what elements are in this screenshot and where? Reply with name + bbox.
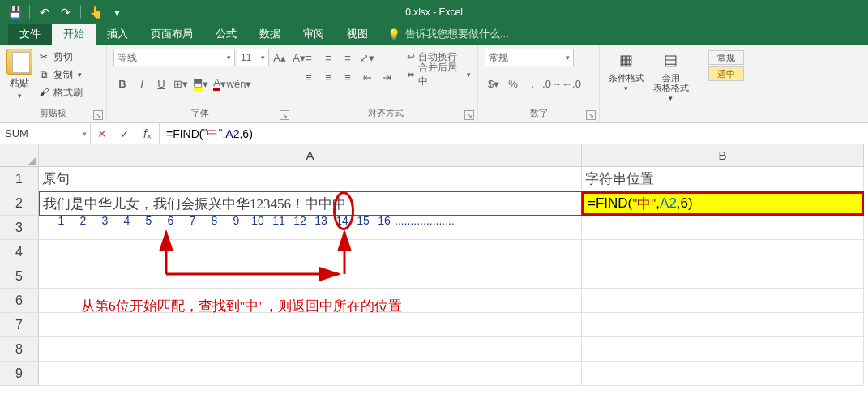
- cell-B2[interactable]: =FIND("中",A2,6): [582, 191, 864, 216]
- cell-A4[interactable]: [39, 240, 582, 264]
- tab-view[interactable]: 视图: [336, 23, 379, 45]
- cell-style-neutral[interactable]: 适中: [708, 66, 744, 81]
- tell-me-box[interactable]: 💡 告诉我您想要做什么...: [379, 23, 517, 45]
- window-title: 0.xlsx - Excel: [405, 6, 463, 18]
- cell-A8[interactable]: [39, 337, 582, 362]
- cell-B5[interactable]: [582, 264, 864, 289]
- cell-A6[interactable]: [39, 289, 582, 313]
- increase-decimal-icon[interactable]: .0→: [543, 75, 561, 92]
- number-launcher-icon[interactable]: ↘: [586, 110, 596, 120]
- paste-button[interactable]: 粘贴 ▾: [6, 49, 32, 100]
- paste-icon: [6, 49, 32, 75]
- cancel-formula-icon[interactable]: ✕: [91, 127, 113, 140]
- undo-icon[interactable]: ↶: [35, 2, 54, 22]
- formula-input[interactable]: =FIND("中",A2,6): [160, 123, 868, 144]
- italic-button[interactable]: I: [133, 75, 151, 92]
- border-button[interactable]: ⊞▾: [172, 75, 190, 92]
- cell-A1[interactable]: 原句: [39, 167, 582, 191]
- tab-data[interactable]: 数据: [248, 23, 292, 45]
- tab-page-layout[interactable]: 页面布局: [139, 23, 204, 45]
- group-label-font: 字体: [113, 105, 286, 121]
- orientation-icon[interactable]: ⤢▾: [358, 49, 376, 66]
- alignment-launcher-icon[interactable]: ↘: [464, 110, 474, 120]
- phonetic-button[interactable]: wén▾: [230, 75, 248, 92]
- cell-B7[interactable]: [582, 313, 864, 337]
- cell-B4[interactable]: [582, 240, 864, 264]
- format-as-table-button[interactable]: ▤ 套用 表格格式 ▾: [651, 49, 691, 102]
- insert-function-icon[interactable]: fₓ: [136, 127, 159, 140]
- cell-style-normal[interactable]: 常规: [708, 50, 744, 65]
- tab-insert[interactable]: 插入: [96, 23, 139, 45]
- cell-B6[interactable]: [582, 289, 864, 313]
- row-header-6[interactable]: 6: [0, 289, 39, 313]
- b2-post: ): [688, 195, 693, 212]
- row-header-1[interactable]: 1: [0, 167, 39, 191]
- align-bottom-icon[interactable]: ≡: [339, 49, 357, 66]
- b2-pre: =FIND(: [588, 195, 632, 212]
- paste-label: 粘贴: [10, 76, 29, 90]
- b2-str: "中": [632, 195, 656, 213]
- font-name-combo[interactable]: 等线▾: [113, 49, 235, 66]
- percent-format-icon[interactable]: %: [504, 75, 522, 92]
- name-box[interactable]: SUM ▾: [0, 123, 91, 144]
- accounting-format-icon[interactable]: $▾: [485, 75, 502, 92]
- tell-me-placeholder: 告诉我您想要做什么...: [405, 27, 509, 41]
- tab-formulas[interactable]: 公式: [204, 23, 248, 45]
- save-icon[interactable]: 💾: [5, 2, 24, 22]
- qat-dropdown-icon[interactable]: ▾: [107, 2, 126, 22]
- row-header-7[interactable]: 7: [0, 313, 39, 337]
- align-top-icon[interactable]: ≡: [300, 49, 318, 66]
- align-center-icon[interactable]: ≡: [319, 68, 337, 86]
- row-header-4[interactable]: 4: [0, 240, 39, 264]
- conditional-format-button[interactable]: ▦ 条件格式 ▾: [606, 49, 646, 92]
- align-right-icon[interactable]: ≡: [339, 68, 357, 86]
- tab-review[interactable]: 审阅: [292, 23, 336, 45]
- align-left-icon[interactable]: ≡: [300, 68, 318, 86]
- tab-file[interactable]: 文件: [8, 23, 52, 45]
- cell-A3[interactable]: [39, 216, 582, 240]
- indent-decrease-icon[interactable]: ⇤: [358, 68, 376, 86]
- row-header-9[interactable]: 9: [0, 362, 39, 386]
- cell-B9[interactable]: [582, 362, 864, 386]
- font-name-value: 等线: [118, 51, 137, 65]
- row-header-5[interactable]: 5: [0, 264, 39, 289]
- cell-A7[interactable]: [39, 313, 582, 337]
- cell-A9[interactable]: [39, 362, 582, 386]
- row-header-8[interactable]: 8: [0, 337, 39, 362]
- quick-access-toolbar: 💾 ↶ ↷ 👆 ▾: [0, 2, 126, 22]
- col-header-A[interactable]: A: [39, 144, 582, 167]
- row-header-3[interactable]: 3: [0, 216, 39, 240]
- cell-A5[interactable]: [39, 264, 582, 289]
- decrease-decimal-icon[interactable]: ←.0: [562, 75, 580, 92]
- align-middle-icon[interactable]: ≡: [319, 49, 337, 66]
- enter-formula-icon[interactable]: ✓: [113, 127, 136, 140]
- font-size-combo[interactable]: 11▾: [237, 49, 269, 66]
- fill-color-button[interactable]: ⬒▾: [191, 75, 209, 92]
- select-all-corner[interactable]: [0, 144, 39, 167]
- bold-button[interactable]: B: [113, 75, 131, 92]
- indent-increase-icon[interactable]: ⇥: [378, 68, 396, 86]
- underline-button[interactable]: U: [152, 75, 170, 92]
- merge-center-button[interactable]: ⬌合并后居中▾: [407, 66, 471, 83]
- number-format-combo[interactable]: 常规▾: [485, 49, 574, 66]
- f-pre: =FIND(: [166, 127, 203, 140]
- increase-font-icon[interactable]: A▴: [271, 49, 289, 66]
- clipboard-launcher-icon[interactable]: ↘: [93, 110, 103, 120]
- copy-label: 复制: [53, 68, 73, 82]
- cell-B8[interactable]: [582, 337, 864, 362]
- font-launcher-icon[interactable]: ↘: [280, 110, 289, 120]
- format-painter-button[interactable]: 🖌格式刷: [37, 84, 83, 101]
- cut-button[interactable]: ✂剪切: [37, 49, 83, 65]
- row-header-2[interactable]: 2: [0, 191, 39, 216]
- col-header-B[interactable]: B: [582, 144, 864, 167]
- copy-button[interactable]: ⧉复制▾: [37, 66, 83, 83]
- redo-icon[interactable]: ↷: [56, 2, 75, 22]
- tab-home[interactable]: 开始: [52, 23, 96, 45]
- cell-B1[interactable]: 字符串位置: [582, 167, 864, 191]
- name-box-dropdown-icon[interactable]: ▾: [83, 130, 87, 138]
- cell-B3[interactable]: [582, 216, 864, 240]
- cell-A2[interactable]: 我们是中华儿女，我们会振兴中华123456！中中中: [39, 191, 582, 216]
- comma-format-icon[interactable]: ,: [524, 75, 541, 92]
- group-label-alignment: 对齐方式: [300, 105, 471, 121]
- touch-mode-icon[interactable]: 👆: [86, 2, 105, 22]
